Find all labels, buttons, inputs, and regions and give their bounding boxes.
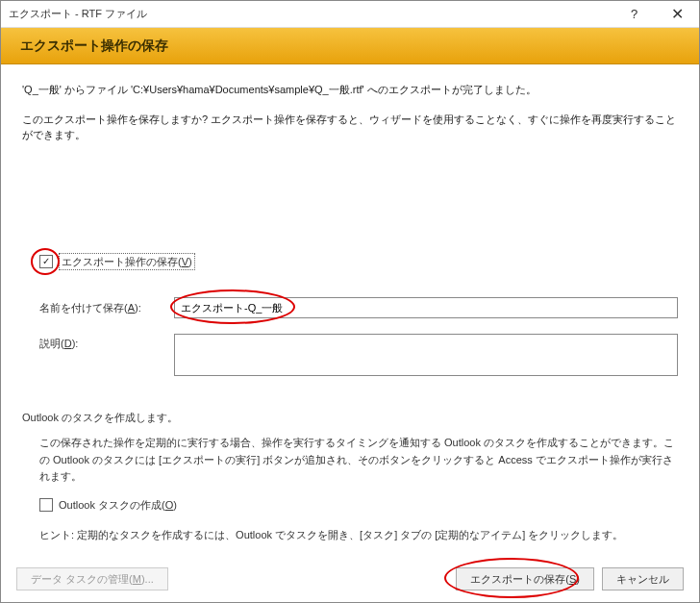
outlook-task-checkbox-row: Outlook タスクの作成(O) xyxy=(39,497,678,514)
close-button[interactable]: ✕ xyxy=(656,1,699,28)
save-prompt-message: このエクスポート操作を保存しますか? エクスポート操作を保存すると、ウィザードを… xyxy=(22,112,678,143)
outlook-heading: Outlook のタスクを作成します。 xyxy=(22,410,678,426)
outlook-hint: ヒント: 定期的なタスクを作成するには、Outlook でタスクを開き、[タスク… xyxy=(39,527,678,543)
save-export-checkbox-label[interactable]: エクスポート操作の保存(V) xyxy=(59,253,195,271)
outlook-body-text: この保存された操作を定期的に実行する場合、操作を実行するタイミングを通知する O… xyxy=(39,435,678,486)
help-button[interactable]: ? xyxy=(612,1,656,28)
outlook-task-checkbox[interactable] xyxy=(39,498,53,512)
wizard-header-title: エクスポート操作の保存 xyxy=(20,38,168,55)
description-input[interactable] xyxy=(174,334,678,376)
save-name-label: 名前を付けて保存(A): xyxy=(39,300,174,316)
save-name-input[interactable] xyxy=(174,297,678,318)
wizard-content: 'Q_一般' からファイル 'C:¥Users¥hama¥Documents¥s… xyxy=(1,64,699,560)
save-export-checkbox[interactable]: ✓ xyxy=(39,255,53,268)
manage-data-tasks-button[interactable]: データ タスクの管理(M)... xyxy=(16,567,168,590)
export-wizard-window: エクスポート - RTF ファイル ? ✕ エクスポート操作の保存 'Q_一般'… xyxy=(0,0,700,603)
save-export-checkbox-row: ✓ エクスポート操作の保存(V) xyxy=(39,253,678,271)
save-export-button[interactable]: エクスポートの保存(S) xyxy=(456,567,594,590)
description-label: 説明(D): xyxy=(39,334,174,352)
wizard-header: エクスポート操作の保存 xyxy=(1,28,699,64)
description-row: 説明(D): xyxy=(39,334,678,381)
wizard-footer: データ タスクの管理(M)... エクスポートの保存(S) キャンセル xyxy=(1,560,699,602)
export-complete-message: 'Q_一般' からファイル 'C:¥Users¥hama¥Documents¥s… xyxy=(22,82,678,98)
outlook-task-checkbox-label[interactable]: Outlook タスクの作成(O) xyxy=(59,497,177,514)
save-name-row: 名前を付けて保存(A): xyxy=(39,297,678,318)
cancel-button[interactable]: キャンセル xyxy=(602,567,684,590)
window-title: エクスポート - RTF ファイル xyxy=(1,7,612,21)
titlebar: エクスポート - RTF ファイル ? ✕ xyxy=(1,1,699,28)
